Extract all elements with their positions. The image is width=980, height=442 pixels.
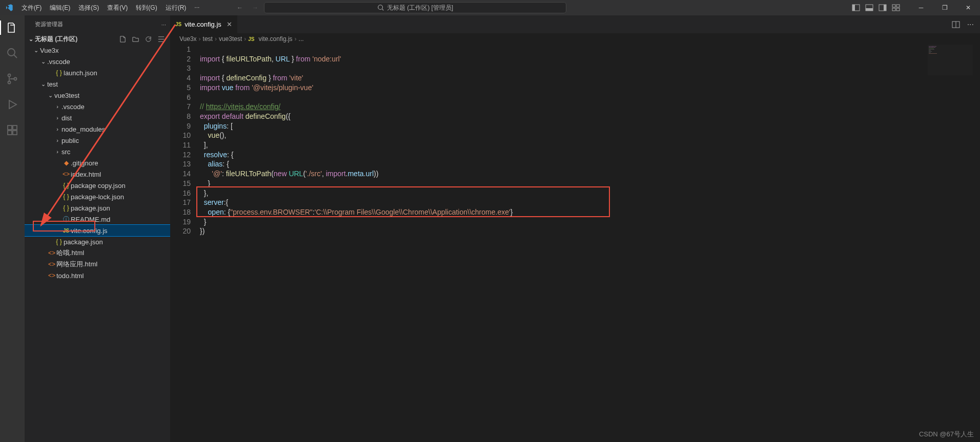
nav-fwd-icon[interactable]: →	[252, 4, 258, 11]
tab-more-icon[interactable]: ···	[967, 20, 974, 29]
svg-rect-5	[866, 8, 873, 11]
svg-marker-17	[9, 100, 16, 109]
tab-viteconfig[interactable]: JS vite.config.js ✕	[170, 15, 238, 33]
tree-item[interactable]: JSvite.config.js	[25, 225, 170, 236]
tab-close-icon[interactable]: ✕	[227, 20, 232, 28]
tree-item[interactable]: ⌄.vscode	[25, 56, 170, 67]
command-center[interactable]: 无标题 (工作区) [管理员]	[264, 2, 566, 13]
window-controls: ─ ❐ ✕	[909, 0, 980, 15]
close-button[interactable]: ✕	[956, 0, 980, 15]
tree-item[interactable]: { }package copy.json	[25, 180, 170, 191]
menu-item[interactable]: 运行(R)	[162, 2, 190, 14]
watermark: CSDN @67号人生	[919, 430, 974, 439]
menu-item[interactable]: 查看(V)	[104, 2, 131, 14]
menu-item[interactable]: 文件(F)	[18, 2, 45, 14]
vscode-logo-icon	[0, 4, 18, 12]
tree-item[interactable]: ›public	[25, 135, 170, 146]
tree-item[interactable]: ⌄vue3test	[25, 90, 170, 101]
sidebar-header: 资源管理器 ···	[25, 15, 170, 33]
breadcrumb-item[interactable]: test	[203, 35, 213, 43]
svg-point-0	[378, 5, 383, 10]
workspace-header[interactable]: ⌄无标题 (工作区)	[25, 33, 170, 45]
file-tree: ⌄Vue3x⌄.vscode{ }launch.json⌄test⌄vue3te…	[25, 45, 170, 442]
workspace-label: 无标题 (工作区)	[35, 35, 77, 44]
command-center-label: 无标题 (工作区) [管理员]	[387, 4, 453, 12]
layout-right-icon[interactable]	[879, 4, 887, 12]
tab-label: vite.config.js	[185, 20, 221, 28]
maximize-button[interactable]: ❐	[933, 0, 956, 15]
nav-back-icon[interactable]: ←	[237, 4, 243, 11]
new-file-icon[interactable]	[119, 35, 127, 43]
sidebar: 资源管理器 ··· ⌄无标题 (工作区) ⌄Vue3x⌄.vscode{ }la…	[25, 15, 170, 442]
svg-point-15	[8, 81, 11, 84]
svg-rect-18	[8, 125, 12, 130]
svg-line-13	[14, 55, 17, 58]
tree-item[interactable]: <>网络应用.html	[25, 259, 170, 270]
extensions-icon[interactable]	[0, 123, 25, 137]
menu-item[interactable]: 编辑(E)	[46, 2, 74, 14]
tree-item[interactable]: <>index.html	[25, 169, 170, 180]
breadcrumb-item[interactable]: vite.config.js	[259, 35, 293, 43]
svg-rect-19	[13, 125, 17, 130]
tree-item[interactable]: ◆.gitignore	[25, 157, 170, 169]
svg-rect-9	[896, 5, 900, 7]
search-icon	[377, 4, 384, 11]
tree-item[interactable]: <>哈哦.html	[25, 247, 170, 259]
code-content[interactable]: import { fileURLToPath, URL } from 'node…	[200, 45, 980, 442]
breadcrumbs[interactable]: Vue3x›test›vue3test›JSvite.config.js›...	[170, 33, 980, 45]
search-icon[interactable]	[0, 46, 25, 60]
svg-rect-20	[8, 131, 12, 135]
title-bar: 文件(F)编辑(E)选择(S)查看(V)转到(G)运行(R)··· ← → 无标…	[0, 0, 980, 15]
layout-custom-icon[interactable]	[892, 4, 900, 12]
line-numbers: 1234567891011121314151617181920	[170, 45, 200, 442]
svg-rect-8	[892, 5, 895, 7]
tree-item[interactable]: ›src	[25, 146, 170, 157]
tree-item[interactable]: { }package.json	[25, 202, 170, 214]
svg-point-12	[8, 49, 15, 56]
minimap[interactable]: ▬▬ ▬▬▬ ▬▬▬▬ ▬▬ ▬▬▬▬▬▬▬▬▬▬ ▬▬ ▬▬ ▬▬▬ ▬▬ ▬…	[928, 45, 973, 75]
split-editor-icon[interactable]	[952, 20, 960, 29]
minimize-button[interactable]: ─	[909, 0, 933, 15]
sidebar-title: 资源管理器	[35, 20, 63, 28]
new-folder-icon[interactable]	[132, 35, 139, 43]
breadcrumb-item[interactable]: vue3test	[219, 35, 242, 43]
svg-point-14	[8, 74, 11, 77]
tree-item[interactable]: ⌄Vue3x	[25, 45, 170, 56]
source-control-icon[interactable]	[0, 72, 25, 86]
tree-item[interactable]: ›node_modules	[25, 123, 170, 135]
breadcrumb-item[interactable]: Vue3x	[179, 35, 197, 43]
tree-item[interactable]: { }package-lock.json	[25, 191, 170, 202]
menu-item[interactable]: 转到(G)	[132, 2, 160, 14]
svg-rect-3	[852, 5, 855, 11]
explorer-icon[interactable]	[0, 20, 25, 35]
layout-bottom-icon[interactable]	[865, 4, 873, 12]
editor-area: JS vite.config.js ✕ ··· Vue3x›test›vue3t…	[170, 15, 980, 442]
menu-item[interactable]: ···	[191, 2, 203, 14]
sidebar-more-icon[interactable]: ···	[161, 22, 166, 28]
menu-item[interactable]: 选择(S)	[75, 2, 103, 14]
svg-rect-11	[896, 8, 900, 11]
svg-rect-10	[892, 8, 895, 11]
tree-item[interactable]: ⓘREADME.md	[25, 214, 170, 225]
editor-tabs: JS vite.config.js ✕ ···	[170, 15, 980, 33]
tree-item[interactable]: ⌄test	[25, 78, 170, 90]
tree-item[interactable]: { }launch.json	[25, 67, 170, 78]
tree-item[interactable]: ›.vscode	[25, 101, 170, 112]
svg-line-1	[382, 9, 383, 11]
nav-arrows[interactable]: ← →	[237, 4, 258, 11]
layout-left-icon[interactable]	[852, 4, 860, 12]
refresh-icon[interactable]	[145, 35, 152, 43]
tree-item[interactable]: { }package.json	[25, 236, 170, 247]
activity-bar	[0, 15, 25, 442]
menu-bar: 文件(F)编辑(E)选择(S)查看(V)转到(G)运行(R)···	[18, 2, 203, 14]
js-icon: JS	[175, 22, 181, 27]
collapse-icon[interactable]	[157, 35, 165, 43]
breadcrumb-item[interactable]: ...	[299, 35, 304, 43]
svg-rect-21	[13, 131, 17, 135]
tree-item[interactable]: ›dist	[25, 112, 170, 123]
svg-rect-7	[884, 5, 886, 11]
tree-item[interactable]: <>todo.html	[25, 270, 170, 281]
svg-point-16	[14, 78, 17, 80]
run-debug-icon[interactable]	[0, 97, 25, 112]
layout-icons[interactable]	[852, 4, 900, 12]
